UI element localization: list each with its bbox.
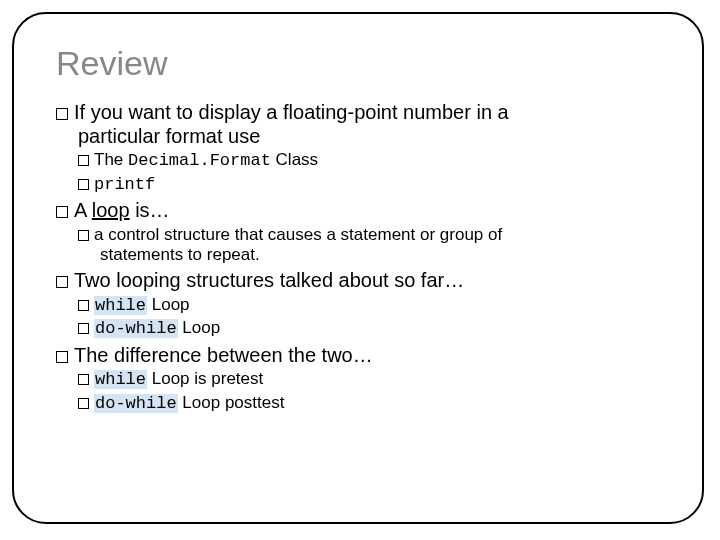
bullet-loop-def: A loop is… [56, 199, 660, 223]
bullet-float-format: If you want to display a floating-point … [56, 101, 660, 125]
text: The difference between the two… [74, 344, 373, 366]
box-icon [56, 276, 68, 288]
bullet-two-structures: Two looping structures talked about so f… [56, 269, 660, 293]
code-text: while [94, 370, 147, 389]
text-post: Class [271, 150, 318, 169]
bullet-printf: printf [78, 174, 660, 195]
code-text: printf [94, 175, 155, 194]
box-icon [78, 230, 89, 241]
text-post: Loop is pretest [147, 369, 263, 388]
text-pre: A [74, 199, 92, 221]
box-icon [56, 351, 68, 363]
bullet-dowhile-loop: do-while Loop [78, 318, 660, 339]
box-icon [78, 374, 89, 385]
text-post: is… [130, 199, 170, 221]
bullet-dowhile-posttest: do-while Loop posttest [78, 393, 660, 414]
box-icon [78, 300, 89, 311]
text: Two looping structures talked about so f… [74, 269, 464, 291]
text: a control structure that causes a statem… [94, 225, 502, 244]
bullet-loop-desc: a control structure that causes a statem… [78, 225, 660, 245]
box-icon [56, 206, 68, 218]
text-underline: loop [92, 199, 130, 221]
text: If you want to display a floating-point … [74, 101, 509, 123]
bullet-while-loop: while Loop [78, 295, 660, 316]
box-icon [56, 108, 68, 120]
code-text: Decimal.Format [128, 151, 271, 170]
box-icon [78, 323, 89, 334]
bullet-decimalformat: The Decimal.Format Class [78, 150, 660, 171]
code-text: while [94, 296, 147, 315]
bullet-loop-desc-cont: statements to repeat. [100, 245, 660, 265]
code-text: do-while [94, 319, 178, 338]
box-icon [78, 155, 89, 166]
bullet-while-pretest: while Loop is pretest [78, 369, 660, 390]
slide-frame: Review If you want to display a floating… [12, 12, 704, 524]
code-text: do-while [94, 394, 178, 413]
text-post: Loop posttest [178, 393, 285, 412]
box-icon [78, 179, 89, 190]
bullet-difference: The difference between the two… [56, 344, 660, 368]
text-post: Loop [147, 295, 190, 314]
bullet-float-format-cont: particular format use [78, 125, 660, 149]
box-icon [78, 398, 89, 409]
text-pre: The [94, 150, 128, 169]
text-post: Loop [178, 318, 221, 337]
slide-title: Review [56, 44, 660, 83]
